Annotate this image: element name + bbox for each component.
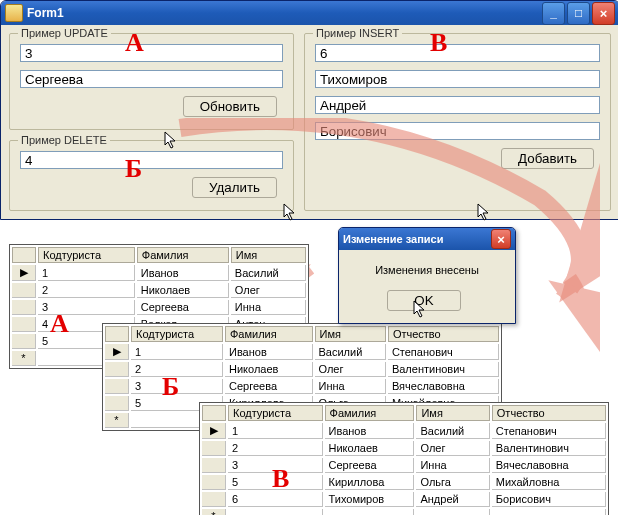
cell[interactable]: 6 bbox=[228, 492, 323, 507]
col-id: Кодтуриста bbox=[131, 326, 223, 342]
col-surname: Фамилия bbox=[325, 405, 415, 421]
delete-button[interactable]: Удалить bbox=[192, 177, 277, 198]
dialog-titlebar[interactable]: Изменение записи × bbox=[339, 228, 515, 250]
new-row[interactable]: * bbox=[202, 509, 606, 515]
update-group: Пример UPDATE Обновить bbox=[9, 33, 294, 130]
cell[interactable]: Валентинович bbox=[492, 441, 606, 456]
table-row[interactable]: ▶1ИвановВасилий bbox=[12, 265, 306, 281]
cell[interactable]: Сергеева bbox=[137, 300, 229, 315]
letter-b-top: Б bbox=[125, 154, 142, 184]
cell[interactable]: Олег bbox=[231, 283, 306, 298]
delete-group: Пример DELETE Удалить bbox=[9, 140, 294, 211]
col-id: Кодтуриста bbox=[38, 247, 135, 263]
cell[interactable]: 2 bbox=[38, 283, 135, 298]
cell[interactable]: Инна bbox=[416, 458, 489, 473]
update-id-input[interactable] bbox=[20, 44, 283, 62]
cell[interactable]: Михайловна bbox=[492, 475, 606, 490]
row-header bbox=[105, 396, 129, 411]
row-header bbox=[202, 458, 226, 473]
dialog-close-button[interactable]: × bbox=[491, 229, 511, 249]
col-name: Имя bbox=[416, 405, 489, 421]
update-button[interactable]: Обновить bbox=[183, 96, 277, 117]
cell[interactable]: Андрей bbox=[416, 492, 489, 507]
table-row[interactable]: 2НиколаевОлегВалентинович bbox=[202, 441, 606, 456]
insert-legend: Пример INSERT bbox=[313, 27, 402, 39]
cell[interactable]: Василий bbox=[416, 423, 489, 439]
main-window: Form1 _ □ × Пример UPDATE Обновить Приме… bbox=[0, 0, 618, 220]
cell[interactable]: Вячеславовна bbox=[388, 379, 499, 394]
row-header: ▶ bbox=[202, 423, 226, 439]
col-patronymic: Отчество bbox=[388, 326, 499, 342]
table-row[interactable]: ▶1ИвановВасилийСтепанович bbox=[202, 423, 606, 439]
insert-button[interactable]: Добавить bbox=[501, 148, 594, 169]
cell[interactable]: Иванов bbox=[225, 344, 313, 360]
cell[interactable]: Кириллова bbox=[325, 475, 415, 490]
cell[interactable]: Борисович bbox=[492, 492, 606, 507]
insert-surname-input[interactable] bbox=[315, 70, 600, 88]
cell[interactable]: Василий bbox=[315, 344, 386, 360]
cell[interactable] bbox=[228, 509, 323, 515]
cell[interactable]: 1 bbox=[38, 265, 135, 281]
col-name: Имя bbox=[315, 326, 386, 342]
cell[interactable]: Тихомиров bbox=[325, 492, 415, 507]
new-row-marker: * bbox=[202, 509, 226, 515]
app-icon bbox=[5, 4, 23, 22]
insert-patronymic-input[interactable] bbox=[315, 122, 600, 140]
window-body: Пример UPDATE Обновить Пример DELETE Уда… bbox=[1, 25, 618, 219]
col-name: Имя bbox=[231, 247, 306, 263]
update-legend: Пример UPDATE bbox=[18, 27, 111, 39]
cell[interactable]: Инна bbox=[315, 379, 386, 394]
table-row[interactable]: 3СергееваИннаВячеславовна bbox=[202, 458, 606, 473]
cell[interactable] bbox=[416, 509, 489, 515]
table-row[interactable]: ▶1ИвановВасилийСтепанович bbox=[105, 344, 499, 360]
cell[interactable]: Иванов bbox=[325, 423, 415, 439]
cell[interactable]: Николаев bbox=[225, 362, 313, 377]
col-patronymic: Отчество bbox=[492, 405, 606, 421]
titlebar[interactable]: Form1 _ □ × bbox=[1, 1, 618, 25]
cell[interactable]: Инна bbox=[231, 300, 306, 315]
cell[interactable]: Сергеева bbox=[225, 379, 313, 394]
letter-a-grid: А bbox=[50, 309, 69, 339]
table-row[interactable]: 5КирилловаОльгаМихайловна bbox=[202, 475, 606, 490]
cell[interactable]: 1 bbox=[131, 344, 223, 360]
cell[interactable]: Ольга bbox=[416, 475, 489, 490]
cell[interactable] bbox=[325, 509, 415, 515]
close-button[interactable]: × bbox=[592, 2, 615, 25]
new-row-marker: * bbox=[12, 351, 36, 366]
letter-a-top: А bbox=[125, 28, 144, 58]
insert-name-input[interactable] bbox=[315, 96, 600, 114]
dialog-ok-button[interactable]: OK bbox=[387, 290, 460, 311]
cell[interactable]: Василий bbox=[231, 265, 306, 281]
table-row[interactable]: 2НиколаевОлег bbox=[12, 283, 306, 298]
row-header bbox=[202, 441, 226, 456]
minimize-button[interactable]: _ bbox=[542, 2, 565, 25]
row-header: ▶ bbox=[12, 265, 36, 281]
cell[interactable] bbox=[492, 509, 606, 515]
maximize-button[interactable]: □ bbox=[567, 2, 590, 25]
table-row[interactable]: 6ТихомировАндрейБорисович bbox=[202, 492, 606, 507]
update-surname-input[interactable] bbox=[20, 70, 283, 88]
grid-v[interactable]: КодтуристаФамилияИмяОтчество ▶1ИвановВас… bbox=[199, 402, 609, 515]
cell[interactable]: Николаев bbox=[325, 441, 415, 456]
window-title: Form1 bbox=[27, 6, 540, 20]
cell[interactable]: 2 bbox=[228, 441, 323, 456]
cell[interactable]: Степанович bbox=[388, 344, 499, 360]
new-row-marker: * bbox=[105, 413, 129, 428]
cell[interactable]: Степанович bbox=[492, 423, 606, 439]
col-id: Кодтуриста bbox=[228, 405, 323, 421]
row-header bbox=[105, 379, 129, 394]
cell[interactable]: Вячеславовна bbox=[492, 458, 606, 473]
delete-id-input[interactable] bbox=[20, 151, 283, 169]
cell[interactable]: Олег bbox=[315, 362, 386, 377]
cell[interactable]: Николаев bbox=[137, 283, 229, 298]
cell[interactable]: Сергеева bbox=[325, 458, 415, 473]
cell[interactable]: Олег bbox=[416, 441, 489, 456]
row-header bbox=[12, 300, 36, 315]
row-header bbox=[12, 334, 36, 349]
cell[interactable]: Иванов bbox=[137, 265, 229, 281]
cell[interactable]: 1 bbox=[228, 423, 323, 439]
col-surname: Фамилия bbox=[225, 326, 313, 342]
cell[interactable]: Валентинович bbox=[388, 362, 499, 377]
insert-id-input[interactable] bbox=[315, 44, 600, 62]
message-dialog: Изменение записи × Изменения внесены OK bbox=[338, 227, 516, 324]
